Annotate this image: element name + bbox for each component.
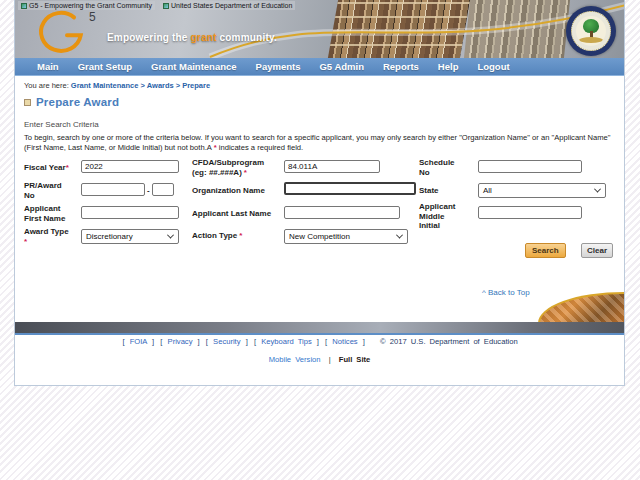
nav-help[interactable]: Help bbox=[438, 61, 459, 72]
cfda-input[interactable] bbox=[284, 160, 380, 173]
award-type-select[interactable]: Discretionary bbox=[81, 229, 179, 244]
footer-divider: | bbox=[329, 355, 331, 364]
clear-button[interactable]: Clear bbox=[581, 243, 613, 258]
footer-photo-strip bbox=[15, 322, 624, 335]
mobile-version-link[interactable]: Mobile Version bbox=[269, 355, 321, 364]
applicant-middle-initial-input[interactable] bbox=[478, 206, 582, 219]
section-heading: Enter Search Criteria bbox=[24, 120, 99, 129]
cfda-required-marker: * bbox=[244, 168, 247, 177]
page-title: Prepare Award bbox=[36, 96, 119, 108]
footer: [ FOIA ] [ Privacy ] [ Security ] [ Keyb… bbox=[15, 337, 624, 364]
fiscal-year-input[interactable] bbox=[81, 160, 179, 173]
chevron-down-icon bbox=[594, 186, 601, 193]
copyright-text: © 2017 U.S. Department of Education bbox=[380, 337, 518, 346]
fiscal-year-required-marker: * bbox=[66, 163, 69, 172]
main-nav: Main Grant Setup Grant Maintenance Payme… bbox=[15, 58, 624, 76]
bracket: [ bbox=[206, 337, 208, 346]
page-title-row: Prepare Award bbox=[24, 96, 119, 108]
chevron-down-icon bbox=[396, 232, 403, 239]
breadcrumb-separator: > bbox=[176, 81, 180, 90]
schedule-no-input[interactable] bbox=[478, 160, 582, 173]
breadcrumb-prepare[interactable]: Prepare bbox=[182, 81, 210, 90]
action-type-select[interactable]: New Competition bbox=[284, 229, 408, 244]
nav-main[interactable]: Main bbox=[37, 61, 59, 72]
action-type-value: New Competition bbox=[289, 232, 350, 241]
required-marker: * bbox=[214, 143, 217, 152]
bracket: [ bbox=[254, 337, 256, 346]
full-site-link[interactable]: Full Site bbox=[339, 355, 371, 364]
schedule-no-label: Schedule No bbox=[419, 158, 465, 177]
g5-logo-number: 5 bbox=[89, 10, 96, 24]
bracket: ] bbox=[246, 337, 248, 346]
nav-payments[interactable]: Payments bbox=[256, 61, 301, 72]
window-title-ed: United States Department of Education bbox=[171, 1, 292, 10]
footer-link-foia[interactable]: FOIA bbox=[130, 337, 147, 346]
breadcrumb-grant-maintenance[interactable]: Grant Maintenance bbox=[71, 81, 139, 90]
window-title-ed-item: United States Department of Education bbox=[160, 1, 295, 10]
action-type-label: Action Type* bbox=[192, 231, 282, 241]
fiscal-year-label: Fiscal Year* bbox=[24, 163, 84, 173]
search-button[interactable]: Search bbox=[525, 243, 566, 258]
nav-grant-maintenance[interactable]: Grant Maintenance bbox=[151, 61, 237, 72]
organization-name-input[interactable] bbox=[284, 182, 416, 195]
footer-link-privacy[interactable]: Privacy bbox=[168, 337, 193, 346]
pr-award-no-input-2[interactable] bbox=[152, 183, 174, 196]
bracket: [ bbox=[160, 337, 162, 346]
tagline: Empowering the grant community. bbox=[107, 32, 277, 43]
bracket: ] bbox=[363, 337, 365, 346]
footer-links-row: [ FOIA ] [ Privacy ] [ Security ] [ Keyb… bbox=[15, 337, 624, 346]
header-banner: G5 - Empowering the Grant Community Unit… bbox=[15, 0, 624, 58]
award-type-required-marker: * bbox=[24, 237, 82, 247]
footer-mobile-row: Mobile Version | Full Site bbox=[15, 355, 624, 364]
applicant-last-name-label: Applicant Last Name bbox=[192, 209, 292, 219]
seal-core bbox=[576, 16, 606, 46]
footer-link-security[interactable]: Security bbox=[213, 337, 240, 346]
classroom-photo bbox=[538, 292, 624, 323]
breadcrumb: You are here: Grant Maintenance>Awards>P… bbox=[24, 81, 210, 90]
tagline-post: community. bbox=[217, 32, 277, 43]
applicant-middle-initial-label: Applicant Middle Initial bbox=[419, 202, 463, 231]
instructions-part1: To begin, search by one or more of the c… bbox=[24, 133, 611, 152]
chevron-down-icon bbox=[167, 232, 174, 239]
instructions: To begin, search by one or more of the c… bbox=[24, 133, 618, 152]
nav-reports[interactable]: Reports bbox=[383, 61, 419, 72]
pr-award-no-dash: - bbox=[147, 186, 150, 195]
back-to-top-link[interactable]: ^ Back to Top bbox=[482, 288, 530, 297]
page-icon bbox=[163, 3, 169, 9]
bracket: [ bbox=[122, 337, 124, 346]
breadcrumb-separator: > bbox=[140, 81, 144, 90]
applicant-last-name-input[interactable] bbox=[284, 206, 400, 219]
nav-grant-setup[interactable]: Grant Setup bbox=[78, 61, 132, 72]
award-type-label: Award Type* bbox=[24, 227, 82, 246]
bullet-icon bbox=[24, 99, 31, 106]
state-select[interactable]: All bbox=[478, 183, 606, 198]
footer-link-keyboard-tips[interactable]: Keyboard Tips bbox=[261, 337, 312, 346]
action-type-required-marker: * bbox=[239, 231, 242, 240]
bracket: ] bbox=[198, 337, 200, 346]
cfda-label: CFDA/Subprogram (eg: ##.###A)* bbox=[192, 158, 287, 177]
award-type-value: Discretionary bbox=[86, 232, 133, 241]
pr-award-no-label: PR/Award No bbox=[24, 181, 72, 200]
breadcrumb-awards[interactable]: Awards bbox=[147, 81, 174, 90]
tagline-grant: grant bbox=[191, 32, 217, 43]
tagline-pre: Empowering the bbox=[107, 32, 191, 43]
pr-award-no-input-1[interactable] bbox=[81, 183, 145, 196]
instructions-part2: indicates a required field. bbox=[219, 143, 303, 152]
applicant-first-name-label: Applicant First Name bbox=[24, 204, 76, 223]
footer-link-notices[interactable]: Notices bbox=[332, 337, 357, 346]
page-icon bbox=[21, 3, 27, 9]
bracket: [ bbox=[325, 337, 327, 346]
bracket: ] bbox=[317, 337, 319, 346]
state-label: State bbox=[419, 186, 465, 196]
g5-logo-icon bbox=[35, 8, 89, 56]
seal-ground bbox=[579, 37, 603, 43]
applicant-first-name-input[interactable] bbox=[81, 206, 179, 219]
organization-name-label: Organization Name bbox=[192, 186, 292, 196]
state-value: All bbox=[483, 186, 492, 195]
page-container: G5 - Empowering the Grant Community Unit… bbox=[14, 0, 625, 386]
nav-logout[interactable]: Logout bbox=[477, 61, 509, 72]
nav-g5-admin[interactable]: G5 Admin bbox=[319, 61, 364, 72]
breadcrumb-prefix: You are here: bbox=[24, 81, 69, 90]
bracket: ] bbox=[152, 337, 154, 346]
department-of-education-seal bbox=[566, 6, 616, 56]
